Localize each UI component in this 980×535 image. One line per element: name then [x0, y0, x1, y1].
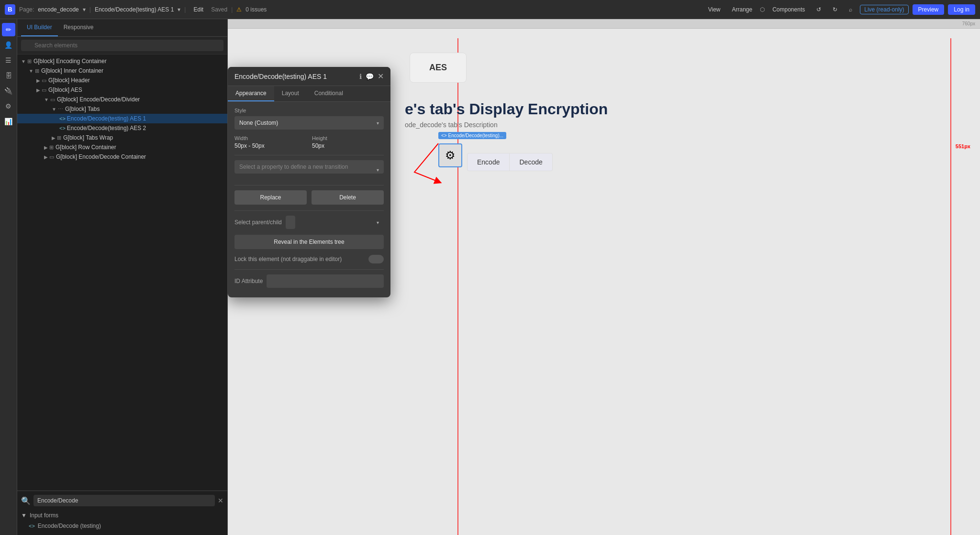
- redo-button[interactable]: ↻: [829, 4, 841, 15]
- warning-icon: ⚠: [236, 6, 242, 13]
- canvas-area: 760px AES e's tab's Display Encryption o…: [228, 19, 980, 535]
- tree-label: G[block] Tabs: [65, 106, 100, 112]
- width-label: Width: [234, 135, 306, 141]
- close-icon[interactable]: ✕: [378, 72, 384, 81]
- rect-icon: ▭: [42, 77, 46, 84]
- components-button[interactable]: Components: [768, 4, 809, 15]
- attr-input[interactable]: [267, 274, 384, 288]
- search-button[interactable]: ⌕: [845, 4, 856, 15]
- icon-bar-data[interactable]: 👤: [2, 38, 15, 52]
- tree-item-aes1[interactable]: <> Encode/Decode(testing) AES 1: [17, 114, 227, 123]
- icon-bar-uibuilder[interactable]: ✏: [2, 23, 15, 36]
- chat-icon[interactable]: 💬: [366, 73, 374, 80]
- info-icon[interactable]: ℹ: [359, 73, 362, 80]
- height-group: Height 50px: [312, 135, 384, 149]
- main-layout: ✏ 👤 ☰ 🗄 🔌 ⚙ 📊 UI Builder Responsive 🔍 ▼ …: [0, 19, 980, 535]
- aes-box-widget: AES: [410, 53, 467, 83]
- bottom-list-item[interactable]: <> Encode/Decode (testing): [21, 521, 223, 531]
- bottom-section-title[interactable]: ▼ Input forms: [21, 510, 223, 521]
- lock-toggle[interactable]: [368, 255, 384, 263]
- tree-item-encoding-container[interactable]: ▼ ⊞ G[block] Encoding Container: [17, 56, 227, 66]
- rect-icon: ▭: [50, 97, 55, 103]
- tree-item-row-container[interactable]: ▶ ⊞ G[block] Row Container: [17, 142, 227, 152]
- parent-child-select[interactable]: [286, 216, 295, 229]
- arrow-icon: ▶: [52, 135, 56, 141]
- page-dropdown-icon[interactable]: ▾: [83, 6, 86, 13]
- tree-label: G[block] Encode/Decode/Divider: [57, 96, 140, 103]
- icon-bar-analytics[interactable]: 📊: [2, 115, 15, 128]
- arrange-button[interactable]: Arrange: [728, 4, 756, 15]
- issues-count: 0 issues: [245, 6, 267, 13]
- grid-icon: ⊞: [27, 58, 32, 65]
- tree-item-aes[interactable]: ▶ ▭ G[block] AES: [17, 85, 227, 95]
- transition-select[interactable]: Select a property to define a new transi…: [234, 160, 384, 174]
- modal-header-icons: ℹ 💬 ✕: [359, 72, 384, 81]
- modal-body: Style None (Custom) ▾ Width 50px - 50px: [228, 102, 390, 297]
- tree-item-inner-container[interactable]: ▼ ⊞ G[block] Inner Container: [17, 66, 227, 76]
- arrow-icon: ▼: [29, 68, 33, 74]
- grid-icon: ⊞: [35, 68, 39, 74]
- search-bar: 🔍: [17, 37, 227, 55]
- edit-button[interactable]: Edit: [189, 4, 207, 15]
- icon-bar-layers[interactable]: ☰: [2, 54, 15, 67]
- reveal-button[interactable]: Reveal in the Elements tree: [234, 235, 384, 249]
- icon-bar-settings[interactable]: ⚙: [2, 99, 15, 113]
- delete-button[interactable]: Delete: [312, 190, 384, 205]
- modal-tab-conditional[interactable]: Conditional: [307, 86, 351, 101]
- element-dropdown-icon[interactable]: ▾: [178, 6, 180, 13]
- replace-button[interactable]: Replace: [234, 190, 307, 205]
- style-label: Style: [234, 108, 384, 113]
- modal-tab-appearance[interactable]: Appearance: [228, 86, 274, 101]
- tree-label: G[block] Encoding Container: [33, 58, 107, 65]
- bottom-tag-icon: <>: [29, 523, 35, 529]
- dots-icon: ⋯: [58, 106, 63, 112]
- page-name: encode_decode: [38, 6, 78, 13]
- width-value: 50px - 50px: [234, 142, 306, 149]
- modal-tab-layout[interactable]: Layout: [274, 86, 307, 101]
- icon-bar-plugins[interactable]: 🔌: [2, 84, 15, 98]
- tree-item-encode-container[interactable]: ▶ ▭ G[block] Encode/Decode Container: [17, 152, 227, 162]
- search-input[interactable]: [21, 40, 223, 51]
- tree-label: Encode/Decode(testing) AES 1: [67, 115, 146, 122]
- bottom-search-input[interactable]: [33, 495, 215, 506]
- height-label: Height: [312, 135, 384, 141]
- main-heading: e's tab's Display Encryption: [405, 100, 608, 118]
- tree-item-tabs[interactable]: ▼ ⋯ G[block] Tabs: [17, 104, 227, 114]
- parent-child-label: Select parent/child: [234, 219, 282, 226]
- view-button[interactable]: View: [704, 4, 724, 15]
- divider-3: [234, 210, 384, 211]
- style-select[interactable]: None (Custom): [234, 116, 384, 130]
- transition-select-wrapper: Select a property to define a new transi…: [234, 160, 384, 179]
- parent-child-row: Select parent/child ▾: [234, 216, 384, 229]
- logo: B: [5, 4, 15, 15]
- bottom-close-button[interactable]: ✕: [218, 497, 223, 504]
- attr-row: ID Attribute: [234, 274, 384, 288]
- icon-bar: ✏ 👤 ☰ 🗄 🔌 ⚙ 📊: [0, 19, 17, 535]
- encode-button[interactable]: Encode: [467, 153, 510, 171]
- login-button[interactable]: Log in: [948, 4, 975, 15]
- arrow-icon: ▶: [44, 154, 48, 160]
- icon-bar-database[interactable]: 🗄: [2, 69, 15, 82]
- components-icon: ⬡: [760, 6, 765, 13]
- tree-label: Encode/Decode(testing) AES 2: [67, 125, 146, 131]
- undo-button[interactable]: ↺: [813, 4, 825, 15]
- tab-responsive[interactable]: Responsive: [58, 19, 100, 36]
- tab-ui-builder[interactable]: UI Builder: [21, 19, 58, 36]
- lock-row: Lock this element (not draggable in edit…: [234, 255, 384, 263]
- width-group: Width 50px - 50px: [234, 135, 306, 149]
- arrow-icon: ▶: [44, 145, 48, 150]
- decode-button[interactable]: Decode: [510, 153, 552, 171]
- parent-arrow-icon: ▾: [377, 220, 379, 225]
- tree-item-header[interactable]: ▶ ▭ G[block] Header: [17, 76, 227, 85]
- encode-decode-row: Encode Decode: [467, 153, 553, 171]
- preview-button[interactable]: Preview: [913, 4, 945, 15]
- arrow-icon: ▶: [36, 78, 40, 83]
- tree-item-aes2[interactable]: <> Encode/Decode(testing) AES 2: [17, 123, 227, 133]
- tree-item-tabs-wrap[interactable]: ▶ ⊞ G[block] Tabs Wrap: [17, 133, 227, 142]
- arrow-icon: ▶: [36, 87, 40, 93]
- arrow-icon: ▼: [44, 97, 49, 102]
- tree-label: G[block] Tabs Wrap: [63, 134, 113, 141]
- arrow-icon: ▼: [52, 107, 56, 112]
- tree-item-encode-divider[interactable]: ▼ ▭ G[block] Encode/Decode/Divider: [17, 95, 227, 104]
- saved-label: Saved: [211, 6, 227, 13]
